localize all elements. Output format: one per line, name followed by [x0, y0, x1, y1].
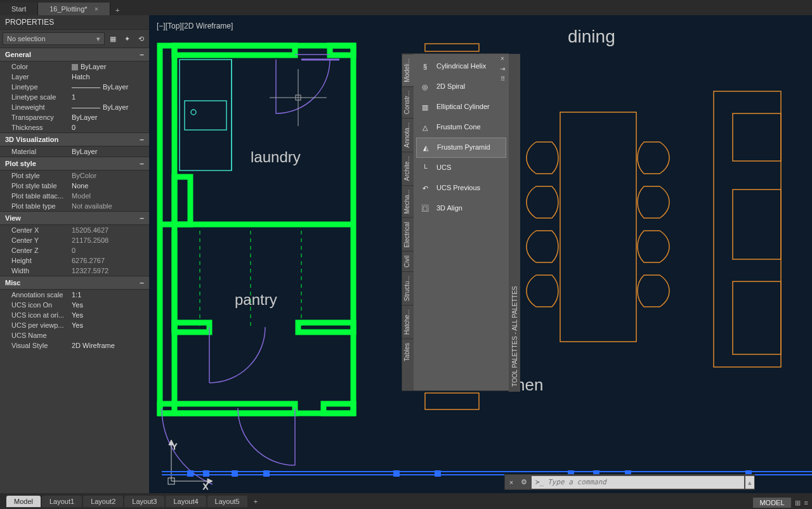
tool-frustum-pyramid[interactable]: ◭Frustum Pyramid	[416, 138, 506, 158]
tool-ucs[interactable]: └UCS	[414, 158, 509, 178]
command-prompt-icon: ≻_	[535, 478, 544, 486]
svg-rect-11	[180, 60, 232, 171]
command-history-icon[interactable]: ▴	[745, 476, 754, 489]
palettetab-electrical[interactable]: Electrical	[402, 217, 414, 252]
palette-menu-icon[interactable]: ⠿	[499, 75, 506, 83]
command-close-icon[interactable]: ×	[505, 476, 518, 489]
prop-lineweight[interactable]: ByLayer	[72, 103, 149, 111]
prop-label: Plot table type	[11, 202, 72, 210]
prop-ucsicon-origin[interactable]: Yes	[72, 311, 149, 319]
svg-rect-41	[187, 470, 193, 477]
tool-ucs-previous[interactable]: ↶UCS Previous	[414, 178, 509, 198]
select-objects-icon[interactable]: ✦	[121, 33, 133, 44]
room-label-dining: dining	[568, 27, 615, 47]
selection-dropdown[interactable]: No selection	[3, 32, 105, 45]
tab-layout3[interactable]: Layout3	[124, 496, 164, 507]
tab-start[interactable]: Start	[0, 3, 38, 15]
tab-model[interactable]: Model	[6, 496, 41, 507]
palettetab-constraints[interactable]: Constr...	[402, 86, 414, 118]
svg-rect-10	[324, 404, 353, 413]
toggle-pickadd-icon[interactable]: ⟲	[135, 33, 147, 44]
prop-ucsicon-on[interactable]: Yes	[72, 301, 149, 309]
palette-close-icon[interactable]: ×	[499, 55, 506, 63]
prop-label: Plot style table	[11, 182, 72, 190]
prop-label: Linetype	[11, 83, 72, 91]
prop-plotstyle-table[interactable]: None	[72, 182, 149, 190]
group-plot[interactable]: Plot style–	[0, 157, 149, 171]
add-tab-button[interactable]: +	[110, 5, 124, 15]
group-misc[interactable]: Misc–	[0, 276, 149, 290]
command-input[interactable]	[547, 478, 740, 486]
prop-color[interactable]: ByLayer	[72, 63, 149, 70]
prop-ucs-per-vp[interactable]: Yes	[72, 321, 149, 329]
prop-label: Visual Style	[11, 342, 72, 349]
svg-rect-24	[733, 113, 781, 161]
add-layout-button[interactable]: +	[249, 496, 263, 506]
tab-layout2[interactable]: Layout2	[83, 496, 123, 507]
tab-active-file[interactable]: 16_Plotting* ×	[38, 3, 110, 15]
prop-plotstyle: ByColor	[72, 172, 149, 179]
palettetab-modeling[interactable]: Modeli...	[402, 54, 414, 86]
palettetab-civil[interactable]: Civil	[402, 251, 414, 271]
svg-text:Y: Y	[172, 442, 177, 451]
prop-material[interactable]: ByLayer	[72, 148, 149, 155]
ucs-icon: └	[419, 162, 431, 174]
prop-visual-style[interactable]: 2D Wireframe	[72, 342, 149, 349]
tool-3d-align[interactable]: ⿴3D Align	[414, 198, 509, 219]
palettetab-hatches[interactable]: Hatche...	[402, 305, 414, 338]
prop-layer[interactable]: Hatch	[72, 73, 149, 81]
prop-transparency[interactable]: ByLayer	[72, 113, 149, 121]
palettetab-architectural[interactable]: Archite...	[402, 151, 414, 184]
prop-linetype[interactable]: ByLayer	[72, 83, 149, 91]
svg-rect-7	[174, 46, 295, 55]
tab-layout4[interactable]: Layout4	[166, 496, 206, 507]
svg-rect-4	[174, 323, 209, 332]
tool-elliptical-cylinder[interactable]: ▥Elliptical Cylinder	[414, 97, 509, 117]
tool-frustum-cone[interactable]: △Frustum Cone	[414, 117, 509, 138]
palettetab-annotation[interactable]: Annota...	[402, 118, 414, 151]
prop-centery[interactable]: 21175.2508	[72, 236, 149, 244]
quick-select-icon[interactable]: ▦	[107, 33, 119, 44]
prop-thickness[interactable]: 0	[72, 124, 149, 131]
prop-label: Layer	[11, 73, 72, 81]
prop-centerx[interactable]: 15205.4627	[72, 226, 149, 234]
pyramid-icon: ◭	[419, 141, 432, 154]
tool-2d-spiral[interactable]: ◎2D Spiral	[414, 77, 509, 97]
svg-rect-5	[298, 323, 353, 332]
group-general[interactable]: General–	[0, 48, 149, 61]
palettetab-structural[interactable]: Structu...	[402, 271, 414, 305]
prop-annoscale[interactable]: 1:1	[72, 291, 149, 299]
tool-cylindrical-helix[interactable]: §Cylindrical Helix	[414, 56, 509, 77]
palette-autohide-icon[interactable]: ⇥	[499, 65, 506, 73]
close-icon[interactable]: ×	[95, 5, 98, 13]
prop-width[interactable]: 12327.5972	[72, 267, 149, 274]
room-label-pantry: pantry	[235, 291, 277, 309]
prop-label: Lineweight	[11, 103, 72, 111]
tab-layout1[interactable]: Layout1	[42, 496, 82, 507]
prop-height[interactable]: 6276.2767	[72, 257, 149, 264]
group-view[interactable]: View–	[0, 211, 149, 225]
command-customize-icon[interactable]: ⚙	[518, 476, 530, 489]
tab-active-label: 16_Plotting*	[49, 5, 87, 13]
prop-label: Plot style	[11, 172, 72, 179]
svg-rect-28	[425, 393, 479, 409]
svg-rect-8	[330, 46, 353, 55]
prop-label: UCS icon at ori...	[11, 311, 72, 319]
cylinder-icon: ▥	[419, 101, 431, 113]
tab-layout5[interactable]: Layout5	[207, 496, 247, 507]
palettetab-tables[interactable]: Tables	[402, 338, 414, 365]
status-model-badge[interactable]: MODEL	[753, 498, 790, 508]
svg-rect-25	[733, 190, 781, 259]
properties-title: PROPERTIES	[0, 15, 149, 30]
palettetab-mechanical[interactable]: Mecha...	[402, 185, 414, 217]
group-3dviz[interactable]: 3D Visualization–	[0, 132, 149, 146]
prop-label: Width	[11, 267, 72, 274]
prop-label: Annotation scale	[11, 291, 72, 299]
palette-title-bar[interactable]: TOOL PALETTES - ALL PALETTES	[509, 54, 520, 392]
prop-ltscale[interactable]: 1	[72, 93, 149, 101]
prop-centerz[interactable]: 0	[72, 247, 149, 254]
prop-label: Height	[11, 257, 72, 264]
status-grid-icon[interactable]: ⊞	[795, 499, 801, 507]
status-more-icon[interactable]: ≡	[804, 499, 808, 506]
prop-ucs-name[interactable]	[72, 332, 149, 339]
